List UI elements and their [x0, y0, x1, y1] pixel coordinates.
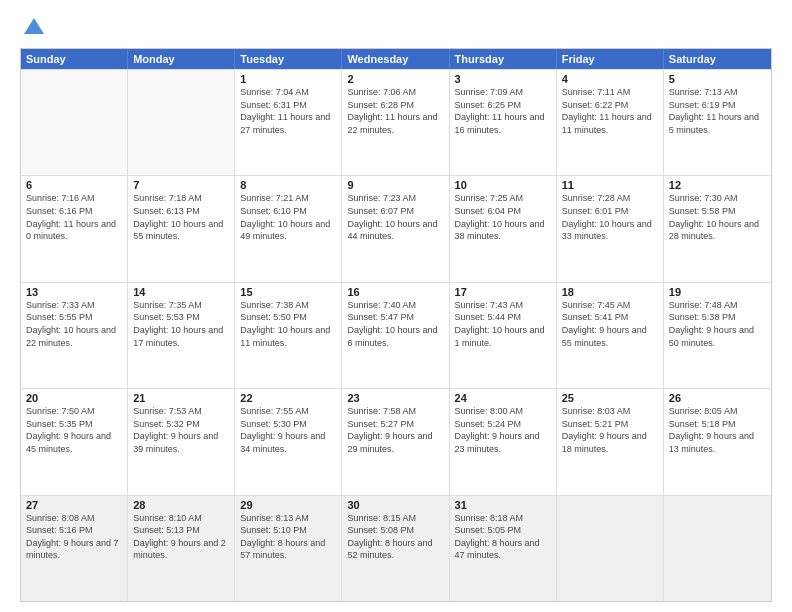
calendar-cell: 18Sunrise: 7:45 AM Sunset: 5:41 PM Dayli… — [557, 283, 664, 388]
cell-date-number: 31 — [455, 499, 551, 511]
cell-date-number: 29 — [240, 499, 336, 511]
cell-date-number: 12 — [669, 179, 766, 191]
cell-date-number: 28 — [133, 499, 229, 511]
calendar-cell: 12Sunrise: 7:30 AM Sunset: 5:58 PM Dayli… — [664, 176, 771, 281]
calendar-cell: 1Sunrise: 7:04 AM Sunset: 6:31 PM Daylig… — [235, 70, 342, 175]
calendar-cell — [21, 70, 128, 175]
cell-info-text: Sunrise: 8:08 AM Sunset: 5:16 PM Dayligh… — [26, 512, 122, 562]
cell-info-text: Sunrise: 8:05 AM Sunset: 5:18 PM Dayligh… — [669, 405, 766, 455]
cell-date-number: 5 — [669, 73, 766, 85]
calendar-cell: 28Sunrise: 8:10 AM Sunset: 5:13 PM Dayli… — [128, 496, 235, 601]
calendar-cell: 19Sunrise: 7:48 AM Sunset: 5:38 PM Dayli… — [664, 283, 771, 388]
header — [20, 16, 772, 40]
cell-info-text: Sunrise: 7:21 AM Sunset: 6:10 PM Dayligh… — [240, 192, 336, 242]
calendar-day-header: Monday — [128, 49, 235, 69]
calendar-cell: 3Sunrise: 7:09 AM Sunset: 6:25 PM Daylig… — [450, 70, 557, 175]
calendar-cell: 29Sunrise: 8:13 AM Sunset: 5:10 PM Dayli… — [235, 496, 342, 601]
calendar-body: 1Sunrise: 7:04 AM Sunset: 6:31 PM Daylig… — [21, 69, 771, 601]
cell-info-text: Sunrise: 7:06 AM Sunset: 6:28 PM Dayligh… — [347, 86, 443, 136]
cell-info-text: Sunrise: 7:25 AM Sunset: 6:04 PM Dayligh… — [455, 192, 551, 242]
calendar-day-header: Friday — [557, 49, 664, 69]
calendar-cell: 6Sunrise: 7:16 AM Sunset: 6:16 PM Daylig… — [21, 176, 128, 281]
cell-info-text: Sunrise: 7:33 AM Sunset: 5:55 PM Dayligh… — [26, 299, 122, 349]
calendar-cell: 16Sunrise: 7:40 AM Sunset: 5:47 PM Dayli… — [342, 283, 449, 388]
cell-info-text: Sunrise: 7:53 AM Sunset: 5:32 PM Dayligh… — [133, 405, 229, 455]
cell-info-text: Sunrise: 7:48 AM Sunset: 5:38 PM Dayligh… — [669, 299, 766, 349]
svg-marker-0 — [24, 18, 44, 34]
calendar-cell: 2Sunrise: 7:06 AM Sunset: 6:28 PM Daylig… — [342, 70, 449, 175]
cell-date-number: 8 — [240, 179, 336, 191]
cell-info-text: Sunrise: 7:23 AM Sunset: 6:07 PM Dayligh… — [347, 192, 443, 242]
calendar-cell: 30Sunrise: 8:15 AM Sunset: 5:08 PM Dayli… — [342, 496, 449, 601]
calendar-cell: 20Sunrise: 7:50 AM Sunset: 5:35 PM Dayli… — [21, 389, 128, 494]
cell-info-text: Sunrise: 8:03 AM Sunset: 5:21 PM Dayligh… — [562, 405, 658, 455]
calendar-cell: 10Sunrise: 7:25 AM Sunset: 6:04 PM Dayli… — [450, 176, 557, 281]
cell-date-number: 10 — [455, 179, 551, 191]
cell-info-text: Sunrise: 8:15 AM Sunset: 5:08 PM Dayligh… — [347, 512, 443, 562]
calendar-cell: 22Sunrise: 7:55 AM Sunset: 5:30 PM Dayli… — [235, 389, 342, 494]
logo — [20, 16, 46, 40]
cell-info-text: Sunrise: 7:11 AM Sunset: 6:22 PM Dayligh… — [562, 86, 658, 136]
logo-icon — [22, 16, 46, 40]
cell-info-text: Sunrise: 8:10 AM Sunset: 5:13 PM Dayligh… — [133, 512, 229, 562]
cell-date-number: 4 — [562, 73, 658, 85]
cell-info-text: Sunrise: 7:28 AM Sunset: 6:01 PM Dayligh… — [562, 192, 658, 242]
cell-date-number: 2 — [347, 73, 443, 85]
calendar-day-header: Tuesday — [235, 49, 342, 69]
calendar-cell: 17Sunrise: 7:43 AM Sunset: 5:44 PM Dayli… — [450, 283, 557, 388]
cell-date-number: 16 — [347, 286, 443, 298]
calendar-day-header: Thursday — [450, 49, 557, 69]
cell-info-text: Sunrise: 8:18 AM Sunset: 5:05 PM Dayligh… — [455, 512, 551, 562]
calendar-day-header: Wednesday — [342, 49, 449, 69]
cell-info-text: Sunrise: 8:00 AM Sunset: 5:24 PM Dayligh… — [455, 405, 551, 455]
cell-date-number: 27 — [26, 499, 122, 511]
cell-info-text: Sunrise: 7:43 AM Sunset: 5:44 PM Dayligh… — [455, 299, 551, 349]
cell-date-number: 26 — [669, 392, 766, 404]
calendar-cell: 9Sunrise: 7:23 AM Sunset: 6:07 PM Daylig… — [342, 176, 449, 281]
cell-date-number: 20 — [26, 392, 122, 404]
cell-date-number: 6 — [26, 179, 122, 191]
calendar-cell: 23Sunrise: 7:58 AM Sunset: 5:27 PM Dayli… — [342, 389, 449, 494]
calendar-week-row: 20Sunrise: 7:50 AM Sunset: 5:35 PM Dayli… — [21, 388, 771, 494]
cell-date-number: 11 — [562, 179, 658, 191]
calendar-week-row: 6Sunrise: 7:16 AM Sunset: 6:16 PM Daylig… — [21, 175, 771, 281]
cell-date-number: 7 — [133, 179, 229, 191]
cell-info-text: Sunrise: 7:09 AM Sunset: 6:25 PM Dayligh… — [455, 86, 551, 136]
cell-date-number: 15 — [240, 286, 336, 298]
calendar-cell — [664, 496, 771, 601]
cell-date-number: 24 — [455, 392, 551, 404]
cell-info-text: Sunrise: 7:50 AM Sunset: 5:35 PM Dayligh… — [26, 405, 122, 455]
calendar-cell: 26Sunrise: 8:05 AM Sunset: 5:18 PM Dayli… — [664, 389, 771, 494]
calendar-cell — [557, 496, 664, 601]
calendar-cell: 14Sunrise: 7:35 AM Sunset: 5:53 PM Dayli… — [128, 283, 235, 388]
calendar-cell: 11Sunrise: 7:28 AM Sunset: 6:01 PM Dayli… — [557, 176, 664, 281]
cell-date-number: 9 — [347, 179, 443, 191]
calendar-cell: 21Sunrise: 7:53 AM Sunset: 5:32 PM Dayli… — [128, 389, 235, 494]
cell-date-number: 19 — [669, 286, 766, 298]
calendar-week-row: 1Sunrise: 7:04 AM Sunset: 6:31 PM Daylig… — [21, 69, 771, 175]
calendar-day-header: Saturday — [664, 49, 771, 69]
cell-info-text: Sunrise: 7:45 AM Sunset: 5:41 PM Dayligh… — [562, 299, 658, 349]
calendar-cell: 8Sunrise: 7:21 AM Sunset: 6:10 PM Daylig… — [235, 176, 342, 281]
calendar-cell: 7Sunrise: 7:18 AM Sunset: 6:13 PM Daylig… — [128, 176, 235, 281]
calendar-cell: 5Sunrise: 7:13 AM Sunset: 6:19 PM Daylig… — [664, 70, 771, 175]
cell-date-number: 22 — [240, 392, 336, 404]
cell-date-number: 18 — [562, 286, 658, 298]
cell-info-text: Sunrise: 7:55 AM Sunset: 5:30 PM Dayligh… — [240, 405, 336, 455]
cell-info-text: Sunrise: 7:58 AM Sunset: 5:27 PM Dayligh… — [347, 405, 443, 455]
calendar-cell: 15Sunrise: 7:38 AM Sunset: 5:50 PM Dayli… — [235, 283, 342, 388]
cell-info-text: Sunrise: 7:40 AM Sunset: 5:47 PM Dayligh… — [347, 299, 443, 349]
calendar-cell: 13Sunrise: 7:33 AM Sunset: 5:55 PM Dayli… — [21, 283, 128, 388]
calendar-cell — [128, 70, 235, 175]
cell-info-text: Sunrise: 8:13 AM Sunset: 5:10 PM Dayligh… — [240, 512, 336, 562]
calendar-cell: 31Sunrise: 8:18 AM Sunset: 5:05 PM Dayli… — [450, 496, 557, 601]
cell-info-text: Sunrise: 7:35 AM Sunset: 5:53 PM Dayligh… — [133, 299, 229, 349]
cell-date-number: 21 — [133, 392, 229, 404]
calendar-cell: 4Sunrise: 7:11 AM Sunset: 6:22 PM Daylig… — [557, 70, 664, 175]
calendar-cell: 25Sunrise: 8:03 AM Sunset: 5:21 PM Dayli… — [557, 389, 664, 494]
cell-date-number: 17 — [455, 286, 551, 298]
calendar-header: SundayMondayTuesdayWednesdayThursdayFrid… — [21, 49, 771, 69]
cell-info-text: Sunrise: 7:13 AM Sunset: 6:19 PM Dayligh… — [669, 86, 766, 136]
cell-date-number: 25 — [562, 392, 658, 404]
cell-date-number: 1 — [240, 73, 336, 85]
